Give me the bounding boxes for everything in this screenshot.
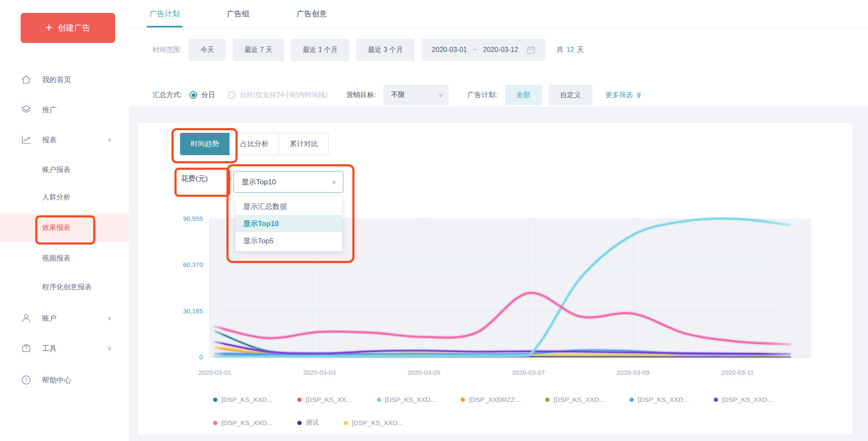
- legend-dot: [630, 398, 634, 402]
- legend-item[interactable]: [DSP_KS_XXD...: [630, 396, 689, 404]
- create-ad-button[interactable]: + 创建广告: [21, 13, 115, 43]
- sidebar-item-reports[interactable]: 报表 ∧: [0, 128, 129, 152]
- tab-label: 广告计划: [150, 9, 180, 19]
- metric-selector[interactable]: 花费(元): [181, 174, 208, 184]
- svg-text:2020-03-09: 2020-03-09: [617, 369, 650, 376]
- legend-dot: [297, 421, 302, 425]
- svg-text:?: ?: [25, 377, 28, 383]
- sidebar-item-home[interactable]: 我的首页: [0, 67, 129, 92]
- legend-label: [DSP_KS_XXD...: [722, 396, 773, 404]
- sidebar-subitem-audience-analysis[interactable]: 人群分析: [0, 185, 129, 210]
- time-range-label: 时间范围:: [153, 46, 182, 55]
- plan-custom-button[interactable]: 自定义: [549, 85, 593, 105]
- view-tab-time-trend[interactable]: 时间趋势: [180, 133, 230, 155]
- chart-legend-row-1: [DSP_KS_XXD...[DSP_KS_XX...[DSP_KS_XXD..…: [213, 396, 773, 404]
- sidebar-item-account[interactable]: 账户 ∨: [0, 306, 129, 330]
- toolbox-icon: [21, 343, 32, 354]
- svg-text:90,555: 90,555: [183, 215, 203, 222]
- radio-by-hour[interactable]: [228, 91, 235, 99]
- legend-dot: [714, 398, 718, 402]
- quick-range-1month[interactable]: 最近 1 个月: [291, 39, 349, 61]
- subitem-label: 账户报表: [42, 165, 70, 175]
- sidebar-item-label: 报表: [42, 135, 57, 145]
- legend-item[interactable]: [DSP_KS_XXD...: [213, 396, 272, 404]
- tab-label: 广告组: [227, 9, 250, 19]
- legend-item[interactable]: [DSP_KS_XXD...: [213, 418, 272, 427]
- view-tab-share-analysis[interactable]: 占比分析: [229, 133, 279, 155]
- svg-text:2020-03-03: 2020-03-03: [303, 369, 336, 376]
- date-tilde: ~: [473, 46, 477, 54]
- view-tab-cumulative-compare[interactable]: 累计对比: [279, 133, 329, 155]
- more-filters-label: 更多筛选: [605, 91, 633, 100]
- user-icon: [21, 312, 32, 324]
- chevron-down-icon: ∨: [107, 315, 112, 322]
- sidebar-subitem-video-report[interactable]: 视频报表: [0, 246, 129, 271]
- subitem-label: 效果报表: [42, 223, 70, 233]
- chevron-down-icon: ∨: [228, 175, 232, 182]
- ad-plan-label: 广告计划:: [468, 91, 497, 100]
- more-filters-button[interactable]: 更多筛选 ≫: [605, 91, 642, 100]
- create-ad-label: 创建广告: [58, 22, 90, 34]
- date-end: 2020-03-12: [483, 46, 518, 54]
- svg-text:2020-03-11: 2020-03-11: [721, 369, 754, 376]
- option-show-summary[interactable]: 显示汇总数据: [235, 198, 342, 215]
- double-chevron-down-icon: ≫: [635, 92, 643, 98]
- sidebar-subitem-account-report[interactable]: 账户报表: [0, 157, 129, 182]
- legend-label: [DSP_KS_XXD...: [221, 419, 272, 427]
- subitem-label: 视频报表: [42, 254, 70, 263]
- days-prefix: 共: [556, 46, 563, 55]
- legend-item[interactable]: [DSP_XXDRZZ...: [461, 396, 520, 404]
- option-show-top5[interactable]: 显示Top5: [235, 232, 342, 249]
- sidebar-item-label: 推广: [42, 105, 57, 115]
- sidebar-item-tools[interactable]: 工具 ∨: [0, 336, 129, 360]
- date-range-picker[interactable]: 2020-03-01 ~ 2020-03-12: [422, 39, 545, 61]
- sidebar-subitem-effect-report[interactable]: 效果报表: [0, 214, 129, 242]
- legend-label: 测试: [306, 418, 319, 427]
- chevron-up-icon: ∧: [332, 179, 336, 185]
- legend-dot: [461, 398, 465, 402]
- quick-range-3months[interactable]: 最近 3 个月: [356, 39, 415, 61]
- by-hour-label[interactable]: 分时(仅支持24小时内时间段): [239, 91, 327, 100]
- svg-text:2020-03-01: 2020-03-01: [199, 369, 232, 376]
- option-show-top10[interactable]: 显示Top10: [235, 215, 342, 232]
- legend-item[interactable]: [DSP_KS_XXD...: [545, 396, 605, 404]
- legend-label: [DSP_KS_XXD...: [553, 396, 605, 404]
- radio-by-day[interactable]: [189, 91, 197, 99]
- legend-item[interactable]: 测试: [297, 418, 319, 427]
- chevron-down-icon: ∨: [439, 92, 443, 98]
- tab-ad-creative[interactable]: 广告创意: [297, 0, 327, 28]
- summary-row: 汇总方式: 分日 分时(仅支持24小时内时间段) 营销目标: 不限 ∨ 广告计划…: [129, 84, 642, 106]
- legend-item[interactable]: [DSP_KS_XXD...: [344, 418, 403, 427]
- tab-ad-group[interactable]: 广告组: [227, 0, 250, 28]
- svg-text:60,370: 60,370: [183, 261, 203, 268]
- plan-all-button[interactable]: 全部: [505, 85, 542, 105]
- help-icon: ?: [21, 374, 32, 386]
- calendar-icon: [527, 46, 535, 54]
- legend-label: [DSP_XXDRZZ...: [469, 396, 520, 404]
- legend-item[interactable]: [DSP_KS_XXD...: [714, 396, 773, 404]
- legend-dot: [213, 421, 217, 425]
- marketing-goal-select[interactable]: 不限 ∨: [383, 85, 449, 105]
- chart-card: 时间趋势 占比分析 累计对比 花费(元) ∨ 显示Top10 ∧ 显示汇总数据 …: [138, 122, 853, 435]
- legend-dot: [377, 398, 381, 402]
- by-day-label[interactable]: 分日: [201, 91, 215, 100]
- legend-item[interactable]: [DSP_KS_XXD...: [377, 396, 436, 404]
- sidebar-subitem-programmatic-creative-report[interactable]: 程序化创意报表: [0, 275, 129, 300]
- tab-ad-plan[interactable]: 广告计划: [150, 0, 180, 28]
- days-suffix: 天: [577, 46, 584, 55]
- sidebar-item-promotion[interactable]: 推广: [0, 98, 129, 122]
- legend-label: [DSP_KS_XXD...: [638, 396, 689, 404]
- svg-text:2020-03-07: 2020-03-07: [512, 369, 545, 376]
- chart-view-tabs: 时间趋势 占比分析 累计对比: [180, 133, 329, 155]
- date-start: 2020-03-01: [432, 46, 467, 54]
- sidebar-item-help-center[interactable]: ? 帮助中心: [0, 368, 129, 392]
- marketing-goal-label: 营销目标:: [346, 91, 376, 100]
- marketing-goal-value: 不限: [391, 91, 405, 100]
- topbar: 广告计划 广告组 广告创意 时间范围: 今天 最近 7 天 最近 1 个月 最近…: [129, 0, 868, 107]
- time-range-row: 时间范围: 今天 最近 7 天 最近 1 个月 最近 3 个月 2020-03-…: [129, 38, 584, 62]
- quick-range-7days[interactable]: 最近 7 天: [232, 39, 284, 61]
- trend-line-chart: 030,18560,37090,5552020-03-012020-03-032…: [138, 123, 853, 435]
- quick-range-today[interactable]: 今天: [189, 39, 226, 61]
- legend-item[interactable]: [DSP_KS_XX...: [297, 396, 352, 404]
- topn-select[interactable]: 显示Top10 ∧: [233, 171, 343, 193]
